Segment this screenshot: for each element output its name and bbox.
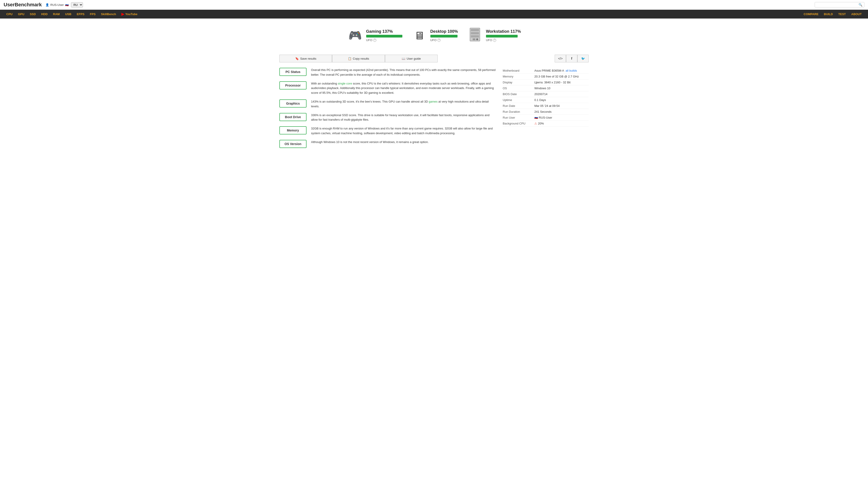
single-core-link[interactable]: single core bbox=[338, 82, 352, 85]
nav-item-compare[interactable]: COMPARE bbox=[801, 10, 821, 18]
right-panel: Motherboard Asus PRIME B365M-A all build… bbox=[503, 68, 589, 152]
memory-info-label: Memory bbox=[503, 75, 534, 78]
games-link[interactable]: games bbox=[429, 100, 438, 103]
guide-icon: 📖 bbox=[402, 57, 405, 60]
motherboard-row: Motherboard Asus PRIME B365M-A all build… bbox=[503, 68, 589, 74]
embed-button[interactable]: </> bbox=[555, 55, 566, 62]
pc-status-section: PC Status Overall this PC is performing … bbox=[279, 68, 496, 77]
facebook-button[interactable]: f bbox=[566, 55, 577, 62]
nav-item-ram[interactable]: RAM bbox=[51, 10, 63, 18]
all-builds-link[interactable]: all builds bbox=[565, 69, 577, 72]
memory-button[interactable]: Memory bbox=[279, 126, 307, 134]
search-container: 🔍 bbox=[815, 2, 864, 7]
boot-drive-button[interactable]: Boot Drive bbox=[279, 113, 307, 121]
score-card-workstation: Workstation 117% UFO ? bbox=[467, 28, 521, 43]
motherboard-label: Motherboard bbox=[503, 69, 534, 72]
action-row: 🔖 Save results 📋 Copy results 📖 User gui… bbox=[279, 55, 589, 62]
workstation-icon bbox=[467, 28, 483, 43]
nav-item-gpu[interactable]: GPU bbox=[15, 10, 27, 18]
uptime-value: 0.1 Days bbox=[534, 98, 546, 102]
boot-drive-section: Boot Drive 336% is an exceptional SSD sc… bbox=[279, 113, 496, 123]
language-select[interactable]: RU EN bbox=[71, 2, 83, 7]
graphics-button[interactable]: Graphics bbox=[279, 99, 307, 107]
nav-item-fps[interactable]: FPS bbox=[87, 10, 98, 18]
bios-value: 20200714 bbox=[534, 92, 548, 96]
embed-icon: </> bbox=[558, 57, 563, 60]
display-label: Display bbox=[503, 80, 534, 84]
pc-status-text: Overall this PC is performing as expecte… bbox=[311, 68, 496, 77]
nav-item-test[interactable]: TEST bbox=[836, 10, 848, 18]
desktop-score-bar bbox=[430, 35, 458, 37]
nav-item-ssd[interactable]: SSD bbox=[27, 10, 39, 18]
twitter-button[interactable]: 🐦 bbox=[577, 55, 589, 62]
pc-status-button[interactable]: PC Status bbox=[279, 68, 307, 76]
os-version-text: Although Windows 10 is not the most rece… bbox=[311, 140, 496, 144]
user-info: 👤 RUS-User 🇷🇺 bbox=[45, 3, 69, 6]
nav-item-youtube[interactable]: ▶ YouTube bbox=[119, 10, 140, 19]
display-row: Display Цвета: 3840 x 2160 - 32 Bit bbox=[503, 79, 589, 86]
nav-item-hdd[interactable]: HDD bbox=[38, 10, 50, 18]
twitter-icon: 🐦 bbox=[581, 57, 585, 60]
desktop-icon: 🖥 bbox=[411, 28, 427, 43]
facebook-icon: f bbox=[571, 57, 572, 60]
boot-drive-text: 336% is an exceptional SSD score. This d… bbox=[311, 113, 496, 123]
nav-item-build[interactable]: BUILD bbox=[821, 10, 836, 18]
desktop-score-sub: UFO ? bbox=[430, 38, 458, 42]
score-card-gaming: 🎮 Gaming 137% UFO ? bbox=[347, 28, 402, 43]
bios-row: BIOS Date 20200714 bbox=[503, 91, 589, 97]
workstation-help-icon[interactable]: ? bbox=[493, 39, 496, 42]
save-results-button[interactable]: 🔖 Save results bbox=[279, 55, 332, 62]
flag-icon: 🇷🇺 bbox=[65, 3, 69, 6]
search-input[interactable] bbox=[817, 3, 859, 6]
nav-bar: CPU GPU SSD HDD RAM USB EFPS FPS SkillBe… bbox=[0, 10, 868, 19]
background-cpu-row: Background CPU ⚠20% bbox=[503, 121, 589, 127]
run-user-label: Run User bbox=[503, 116, 534, 119]
memory-info-row: Memory 20.3 GB free of 32 GB @ 2.7 GHz bbox=[503, 74, 589, 79]
os-version-button[interactable]: OS Version bbox=[279, 140, 307, 148]
score-card-desktop: 🖥 Desktop 100% UFO ? bbox=[411, 28, 458, 43]
svg-rect-2 bbox=[471, 32, 479, 34]
svg-rect-1 bbox=[471, 29, 479, 31]
content-area: PC Status Overall this PC is performing … bbox=[279, 68, 589, 152]
run-user-row: Run User 🇷🇺 RUS-User bbox=[503, 115, 589, 121]
search-button[interactable]: 🔍 bbox=[859, 3, 862, 6]
os-version-section: OS Version Although Windows 10 is not th… bbox=[279, 140, 496, 148]
share-buttons: </> f 🐦 bbox=[555, 55, 589, 62]
run-duration-row: Run Duration 241 Seconds bbox=[503, 109, 589, 115]
processor-section: Processor With an outstanding single cor… bbox=[279, 81, 496, 95]
main-content: 🎮 Gaming 137% UFO ? 🖥 Desktop 100% UFO bbox=[276, 19, 592, 157]
gaming-help-icon[interactable]: ? bbox=[373, 39, 376, 42]
workstation-svg-icon bbox=[468, 28, 482, 43]
action-buttons: 🔖 Save results 📋 Copy results 📖 User gui… bbox=[279, 55, 438, 62]
gaming-score-title: Gaming 137% bbox=[366, 29, 402, 34]
user-avatar-icon: 👤 bbox=[45, 3, 49, 6]
nav-item-cpu[interactable]: CPU bbox=[4, 10, 15, 18]
run-user-flag-icon: 🇷🇺 bbox=[534, 116, 538, 119]
run-user-value: 🇷🇺 RUS-User bbox=[534, 116, 552, 119]
user-guide-button[interactable]: 📖 User guide bbox=[385, 55, 438, 62]
run-date-value: Mar 05 '24 at 09:54 bbox=[534, 104, 560, 107]
copy-results-button[interactable]: 📋 Copy results bbox=[332, 55, 385, 62]
gaming-score-sub: UFO ? bbox=[366, 38, 402, 42]
nav-item-usb[interactable]: USB bbox=[62, 10, 74, 18]
score-cards: 🎮 Gaming 137% UFO ? 🖥 Desktop 100% UFO bbox=[279, 23, 589, 48]
memory-text: 32GB is enough RAM to run any version of… bbox=[311, 126, 496, 136]
nav-item-skillbench[interactable]: SkillBench bbox=[98, 10, 119, 18]
username: RUS-User bbox=[51, 3, 64, 6]
nav-item-efps[interactable]: EFPS bbox=[74, 10, 87, 18]
display-value: Цвета: 3840 x 2160 - 32 Bit bbox=[534, 80, 570, 84]
os-value: Windows 10 bbox=[534, 87, 550, 90]
svg-point-6 bbox=[477, 39, 477, 40]
warning-icon: ⚠ bbox=[534, 122, 537, 125]
svg-rect-4 bbox=[473, 38, 475, 40]
run-duration-value: 241 Seconds bbox=[534, 110, 552, 113]
header: UserBenchmark 👤 RUS-User 🇷🇺 RU EN 🔍 bbox=[0, 0, 868, 10]
svg-rect-3 bbox=[471, 35, 479, 37]
nav-item-about[interactable]: ABOUT bbox=[848, 10, 864, 18]
uptime-label: Uptime bbox=[503, 98, 534, 102]
desktop-help-icon[interactable]: ? bbox=[437, 39, 440, 42]
processor-button[interactable]: Processor bbox=[279, 81, 307, 90]
run-date-row: Run Date Mar 05 '24 at 09:54 bbox=[503, 103, 589, 109]
run-duration-label: Run Duration bbox=[503, 110, 534, 113]
gaming-score-bar bbox=[366, 35, 402, 37]
